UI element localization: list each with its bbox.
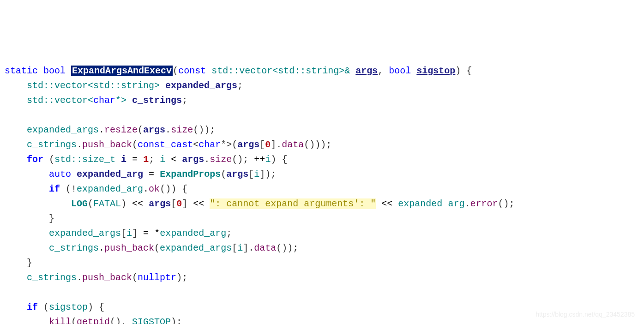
var-expanded-args: expanded_args <box>165 80 237 91</box>
param-sigstop: sigstop <box>416 66 455 76</box>
args-index: args <box>237 139 259 150</box>
kw-const: const <box>178 66 206 76</box>
param-args: args <box>355 66 378 76</box>
kw-bool: bool <box>43 66 66 76</box>
call-ok: ok <box>149 184 160 194</box>
decl-cstrings-type-open: std::vector< <box>27 95 93 106</box>
call-error: error <box>470 198 498 209</box>
kw-for: for <box>27 154 43 165</box>
literal-zero: 0 <box>265 139 271 150</box>
var-expanded-arg: expanded_arg <box>77 169 143 180</box>
nullptr-kw: nullptr <box>138 272 176 283</box>
call-getpid: getpid <box>77 317 110 324</box>
fatal-level: FATAL <box>93 198 121 209</box>
kw-if: if <box>49 184 60 194</box>
type-size-t: std::size_t <box>54 154 115 165</box>
decl-cstrings-type-close: *> <box>115 95 126 106</box>
function-name-highlight: ExpandArgsAndExecv <box>71 66 173 76</box>
watermark-text: https://blog.csdn.net/qq_23452385 <box>536 309 635 319</box>
const-cast: const_cast <box>138 139 193 150</box>
call-expand-props: ExpandProps <box>160 169 221 180</box>
log-macro: LOG <box>71 198 88 209</box>
expanded-args-ref: expanded_args <box>27 125 99 135</box>
call-kill: kill <box>49 317 71 324</box>
type-vector-string: std::vector<std::string>& <box>211 66 350 76</box>
code-block: static bool ExpandArgsAndExecv(const std… <box>5 64 639 324</box>
call-size: size <box>171 125 193 135</box>
call-push-back: push_back <box>82 139 132 150</box>
call-resize: resize <box>104 125 138 135</box>
sigstop-ref: sigstop <box>49 302 88 312</box>
var-i: i <box>121 154 126 165</box>
kw-static: static <box>5 66 38 76</box>
cstrings-ref: c_strings <box>27 139 77 150</box>
type-char: char <box>93 95 115 106</box>
kw-bool2: bool <box>389 66 411 76</box>
call-data: data <box>282 139 304 150</box>
literal-one: 1 <box>143 154 149 165</box>
kw-if2: if <box>27 302 38 312</box>
var-c-strings: c_strings <box>132 95 182 106</box>
args-ref: args <box>143 125 165 135</box>
char-type: char <box>199 139 221 150</box>
sigstop-macro: SIGSTOP <box>132 317 171 324</box>
string-literal-highlighted: ": cannot expand arguments': " <box>210 198 376 209</box>
kw-auto: auto <box>49 169 71 180</box>
decl-expanded-args-type: std::vector<std::string> <box>27 80 160 91</box>
